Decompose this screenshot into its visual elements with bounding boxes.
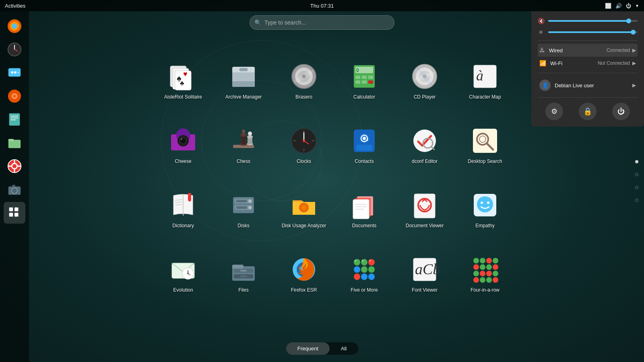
svg-point-149 (361, 266, 367, 273)
user-row[interactable]: 👤 Debian Live user ▶ (538, 76, 638, 94)
bottom-tabs: Frequent All (286, 342, 358, 355)
sidebar-sound[interactable] (4, 85, 25, 107)
sidebar-apps-grid[interactable] (4, 202, 25, 224)
charmap-icon: à (471, 62, 500, 91)
app-label: Files (238, 287, 248, 294)
app-dconf[interactable]: dconf Editor (394, 105, 455, 169)
svg-rect-31 (9, 213, 13, 217)
svg-point-114 (248, 206, 252, 209)
app-label: Five or More (351, 287, 378, 294)
brightness-slider[interactable] (548, 31, 638, 33)
app-contacts[interactable]: Contacts (334, 105, 394, 169)
settings-button[interactable]: ⚙ (545, 103, 563, 120)
svg-point-174 (493, 277, 498, 283)
pagination-dot-1[interactable] (635, 160, 638, 163)
volume-slider[interactable] (548, 20, 638, 22)
app-fiveormore[interactable]: Five or More (334, 233, 394, 298)
tab-frequent[interactable]: Frequent (286, 342, 330, 355)
app-label: CD Player (414, 94, 436, 101)
app-documents[interactable]: Documents (334, 169, 394, 233)
svg-point-130 (487, 202, 489, 204)
svg-rect-115 (236, 200, 247, 202)
network-wifi[interactable]: 📶 Wi-Fi Not Connected ▶ (538, 57, 638, 70)
app-clocks[interactable]: Clocks (274, 105, 334, 169)
svg-rect-105 (188, 193, 191, 200)
app-archive[interactable]: Archive Manager (213, 40, 274, 105)
svg-point-153 (368, 274, 375, 280)
calculator-icon: 0 (350, 62, 379, 91)
pagination-dots (635, 160, 638, 202)
app-cheese[interactable]: Cheese (153, 105, 213, 169)
app-docviewer[interactable]: Document Viewer (394, 169, 455, 233)
svg-rect-43 (239, 68, 248, 71)
topbar-arrow[interactable]: ▼ (635, 4, 639, 8)
app-chess[interactable]: Chess (213, 105, 274, 169)
svg-point-128 (477, 196, 493, 212)
panel-divider-3 (538, 97, 638, 98)
svg-point-165 (486, 264, 492, 270)
topbar-right: ⬜ 🔊 ⏻ ▼ (605, 3, 639, 9)
app-fourinarow[interactable]: Four-in-a-row (455, 233, 515, 298)
app-fontviewer[interactable]: aCb Font Viewer (394, 233, 455, 298)
app-empathy[interactable]: Empathy (455, 169, 515, 233)
search-input[interactable] (250, 15, 394, 30)
app-dictionary[interactable]: Dictionary (153, 169, 213, 233)
activities-button[interactable]: Activities (5, 3, 25, 9)
svg-point-171 (473, 277, 479, 283)
svg-point-96 (363, 137, 366, 140)
app-firefox[interactable]: Firefox ESR (274, 233, 334, 298)
app-brasero[interactable]: Brasero (274, 40, 334, 105)
app-disks[interactable]: Disks (213, 169, 274, 233)
pagination-dot-4[interactable] (635, 199, 638, 202)
svg-point-152 (361, 274, 367, 280)
sidebar-firefox[interactable] (4, 15, 25, 37)
desktop-search-icon (471, 126, 500, 155)
datetime: Thu 07:31 (310, 3, 334, 9)
power-button[interactable]: ⏻ (612, 103, 630, 120)
wired-name: Wired (549, 47, 607, 53)
svg-rect-14 (11, 116, 19, 117)
app-label: Chess (237, 158, 250, 165)
wired-icon: 🖧 (539, 47, 545, 53)
app-calculator[interactable]: 0 Calculator (334, 40, 394, 105)
app-label: Contacts (355, 158, 374, 165)
sidebar-help[interactable] (4, 155, 25, 177)
sidebar-files[interactable] (4, 132, 25, 154)
pagination-dot-3[interactable] (635, 186, 638, 189)
app-aisleriots[interactable]: ♠ ♥ ♣ AisleRiot Solitaire (153, 40, 213, 105)
wifi-name: Wi-Fi (550, 60, 598, 66)
docviewer-icon (410, 191, 439, 220)
svg-rect-16 (11, 119, 16, 120)
sidebar-camera[interactable] (4, 179, 25, 200)
app-label: Brasero (295, 94, 312, 101)
fiveormore-icon (350, 255, 379, 284)
tab-all[interactable]: All (330, 342, 358, 355)
app-charmap[interactable]: à Character Map (455, 40, 515, 105)
app-label: Cheese (175, 158, 191, 165)
cheese-icon (169, 126, 198, 155)
sidebar-empathy[interactable] (4, 62, 25, 84)
sidebar-writer[interactable] (4, 109, 25, 130)
lock-button[interactable]: 🔒 (579, 103, 597, 120)
app-files[interactable]: Files (213, 233, 274, 298)
sidebar-clocks[interactable] (4, 39, 25, 60)
volume-icon[interactable]: 🔊 (615, 3, 622, 9)
svg-point-156 (369, 260, 371, 261)
svg-rect-30 (14, 208, 19, 212)
empathy-icon (471, 191, 500, 220)
pagination-dot-2[interactable] (635, 173, 638, 176)
svg-point-173 (486, 277, 492, 283)
svg-point-148 (354, 266, 360, 273)
brasero-icon (289, 62, 318, 91)
app-desktop-search[interactable]: Desktop Search (455, 105, 515, 169)
app-diskusage[interactable]: Disk Usage Analyzer (274, 169, 334, 233)
svg-rect-125 (414, 194, 435, 218)
network-wired[interactable]: 🖧 Wired Connected ▶ (538, 44, 638, 57)
window-icon[interactable]: ⬜ (605, 3, 611, 9)
app-cdplayer[interactable]: CD Player (394, 40, 455, 105)
app-evolution[interactable]: Evolution (153, 233, 213, 298)
svg-rect-32 (14, 213, 19, 217)
svg-rect-18 (8, 139, 14, 141)
power-icon[interactable]: ⏻ (626, 3, 631, 9)
wired-arrow: ▶ (632, 47, 636, 53)
